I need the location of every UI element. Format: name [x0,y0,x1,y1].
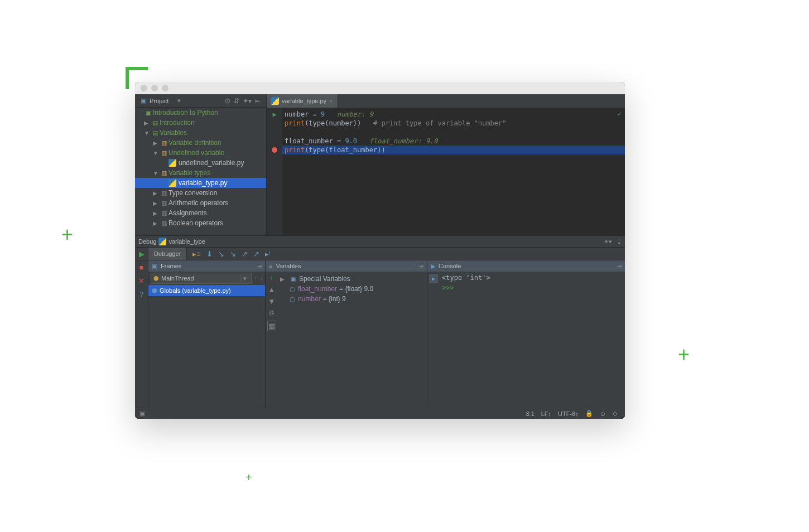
evaluate-icon[interactable]: ▸ᴵ [265,250,270,258]
locate-icon[interactable]: ⇵ [234,97,239,105]
console-line: <type 'int'> [442,274,623,282]
step-out-icon[interactable]: ↗ [242,250,248,258]
step-over-icon[interactable]: ⬇ [206,250,213,258]
ide-window: ▣ Project ▾ ⊙ ⇵ ✦▾ ⇤ ▣Introduction to Py… [135,82,625,419]
view-icon[interactable]: ▦ [267,321,276,331]
window-min-dot[interactable] [151,85,158,91]
status-icon[interactable]: ▣ [139,410,145,417]
console-panel: ▶ Console ⇥ ▶ <type 'int'> >>> [427,260,625,408]
frames-icon: ▣ [152,263,157,270]
debug-title-prefix: Debug [138,238,156,245]
var-special[interactable]: ▶▣Special Variables [280,274,425,284]
code-editor[interactable]: ✓ ▶ number = 9 number: 9 print(type(numb… [267,108,625,235]
debugger-tab[interactable]: Debugger [148,248,187,260]
tree-item-undef[interactable]: ▼▥Undefined variable [135,148,266,158]
debug-header: Debug variable_type ✦▾ ⤓ [135,236,625,247]
thread-name: MainThread [161,275,194,282]
collapse-icon[interactable]: ⊙ [225,97,230,105]
run-to-cursor-icon[interactable]: ↗ [253,250,259,258]
console-icon: ▶ [431,263,435,270]
var-number[interactable]: ▢number = {int} 9 [280,294,425,304]
frame-next-icon[interactable]: ↓ [259,274,263,282]
run-icon[interactable]: ▶ [272,110,276,118]
frames-title: Frames [161,263,181,269]
stop-icon[interactable]: ■ [139,260,144,274]
var-float[interactable]: ▢float_number = {float} 9.0 [280,284,425,294]
step-controls: ▸≡ ⬇ ↘ ↘ ↗ ↗ ▸ᴵ [187,248,276,260]
project-label: Project [150,98,168,104]
lock-icon[interactable]: 🔒 [585,410,593,417]
tree-file-vartype[interactable]: variable_type.py [135,178,266,188]
cursor-position[interactable]: 3:1 [526,410,534,417]
frames-pin-icon[interactable]: ⇥ [257,263,262,270]
chevron-down-icon: ▾ [177,97,181,104]
python-file-icon [158,238,166,245]
help-icon[interactable]: ? [139,287,143,301]
frame-prev-icon[interactable]: ↑ [254,274,257,282]
tree-item-variables[interactable]: ▼▤Variables [135,128,266,138]
tree-item-bool[interactable]: ▶▥Boolean operators [135,218,266,228]
hide-icon[interactable]: ⇤ [255,97,261,105]
variables-panel: ≡ Variables ⇥ + ▲ ▼ ⎘ ▦ [266,260,427,408]
project-dropdown[interactable]: ▣ Project ▾ [135,97,186,104]
console-title: Console [439,263,461,269]
tree-item-typeconv[interactable]: ▶▥Type conversion [135,188,266,198]
tab-filename: variable_type.py [282,98,326,104]
arrow-up-icon[interactable]: ▲ [268,286,276,294]
debug-settings-icon[interactable]: ✦▾ [604,238,612,245]
project-icon: ▣ [141,97,146,104]
debug-title: variable_type [168,238,205,245]
decoration-plus: + [245,471,252,484]
frame-label: Globals (variable_type.py) [160,287,231,294]
frame-list[interactable]: ⬢ Globals (variable_type.py) [148,285,265,408]
rerun-icon[interactable]: ▶ [139,248,145,260]
settings-icon[interactable]: ✦▾ [243,97,252,105]
variables-list[interactable]: ▶▣Special Variables ▢float_number = {flo… [278,272,427,408]
tree-item-intro[interactable]: ▶▤Introduction [135,118,266,128]
encoding[interactable]: UTF-8↕ [558,410,579,417]
breakpoint-icon[interactable] [272,147,277,153]
variables-pin-icon[interactable]: ⇥ [418,263,423,270]
console-output[interactable]: <type 'int'> >>> [440,272,625,408]
window-max-dot[interactable] [162,85,168,91]
variables-icon: ≡ [269,263,272,269]
chat-icon[interactable]: ◇ [613,410,617,417]
tree-item-assign[interactable]: ▶▥Assignments [135,208,266,218]
debug-hide-icon[interactable]: ⤓ [617,238,622,245]
step-into-icon[interactable]: ↘ [218,250,224,258]
variables-title: Variables [276,263,301,269]
console-prompt[interactable]: >>> [442,284,623,292]
console-scroll-icon[interactable]: ▶ [429,274,438,283]
editor-area: variable_type.py × ✓ ▶ number = 9 numb [267,94,625,235]
tree-root[interactable]: ▣Introduction to Python [135,108,266,118]
window-close-dot[interactable] [141,85,147,91]
arrow-down-icon[interactable]: ▼ [268,297,276,306]
inspector-icon[interactable]: ☺ [600,410,606,417]
code-lines[interactable]: number = 9 number: 9 print(type(number))… [282,108,625,235]
console-header: ▶ Console ⇥ [427,260,625,272]
debug-toolbar: ▶ Debugger ▸≡ ⬇ ↘ ↘ ↗ ↗ ▸ᴵ [135,247,625,260]
console-pin-icon[interactable]: ⇥ [617,263,622,270]
thread-selector[interactable]: ⬢ MainThread ▾ [151,273,252,284]
add-watch-icon[interactable]: + [269,274,274,282]
decoration-plus: + [678,343,690,366]
editor-gutter: ▶ [267,108,282,235]
close-icon[interactable]: ✕ [138,274,145,287]
close-tab-icon[interactable]: × [329,98,333,104]
editor-tab[interactable]: variable_type.py × [267,94,338,108]
force-step-into-icon[interactable]: ↘ [230,250,236,258]
frame-item[interactable]: ⬢ Globals (variable_type.py) [148,285,265,296]
line-separator[interactable]: LF↕ [541,410,551,417]
tree-item-arith[interactable]: ▶▥Arithmetic operators [135,198,266,208]
tree-item-vartypes[interactable]: ▼▥Variable types [135,168,266,178]
tree-item-vardef[interactable]: ▶▥Variable definition [135,138,266,148]
python-file-icon [271,97,279,105]
copy-icon[interactable]: ⎘ [269,309,274,317]
console-toolbar: ▶ [427,272,440,408]
project-toolbar: ▣ Project ▾ ⊙ ⇵ ✦▾ ⇤ [135,94,266,108]
project-tree[interactable]: ▣Introduction to Python ▶▤Introduction ▼… [135,108,267,228]
frames-panel: ▣ Frames ⇥ ⬢ MainThread ▾ ↑ ↓ [148,260,266,408]
thread-icon: ⬢ [153,275,159,282]
tree-file-undef[interactable]: undefined_variable.py [135,158,266,168]
show-execution-icon[interactable]: ▸≡ [192,250,201,258]
